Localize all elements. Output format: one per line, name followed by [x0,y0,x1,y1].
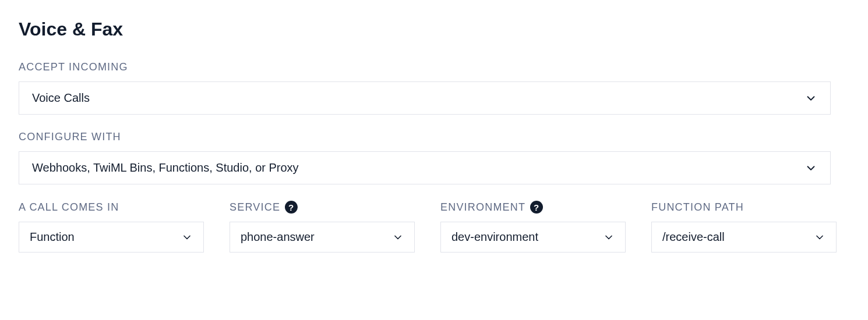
configure-with-value: Webhooks, TwiML Bins, Functions, Studio,… [32,161,299,175]
service-label-text: SERVICE [230,201,280,214]
accept-incoming-label: ACCEPT INCOMING [19,61,831,73]
call-comes-in-field: A CALL COMES IN Function [19,201,204,253]
call-comes-in-label: A CALL COMES IN [19,201,204,214]
service-value: phone-answer [241,230,315,244]
environment-select[interactable]: dev-environment [440,222,626,253]
chevron-down-icon [603,232,615,243]
section-title: Voice & Fax [19,19,831,40]
accept-incoming-field: ACCEPT INCOMING Voice Calls [19,61,831,115]
configure-with-field: CONFIGURE WITH Webhooks, TwiML Bins, Fun… [19,131,831,184]
environment-label-text: ENVIRONMENT [440,201,525,214]
help-icon[interactable]: ? [285,201,298,214]
help-icon[interactable]: ? [530,201,543,214]
configure-with-select[interactable]: Webhooks, TwiML Bins, Functions, Studio,… [19,151,831,184]
accept-incoming-select[interactable]: Voice Calls [19,81,831,115]
chevron-down-icon [181,232,193,243]
chevron-down-icon [392,232,404,243]
service-label: SERVICE ? [230,201,415,214]
environment-value: dev-environment [451,230,538,244]
voice-fax-section: Voice & Fax ACCEPT INCOMING Voice Calls … [19,19,831,253]
environment-field: ENVIRONMENT ? dev-environment [440,201,626,253]
function-path-field: FUNCTION PATH /receive-call [651,201,837,253]
chevron-down-icon [814,232,825,243]
environment-label: ENVIRONMENT ? [440,201,626,214]
function-config-row: A CALL COMES IN Function SERVICE ? phone… [19,201,831,253]
function-path-value: /receive-call [662,230,725,244]
chevron-down-icon [805,162,817,175]
function-path-select[interactable]: /receive-call [651,222,837,253]
configure-with-label: CONFIGURE WITH [19,131,831,143]
service-select[interactable]: phone-answer [230,222,415,253]
call-comes-in-value: Function [30,230,75,244]
call-comes-in-select[interactable]: Function [19,222,204,253]
accept-incoming-value: Voice Calls [32,91,90,105]
service-field: SERVICE ? phone-answer [230,201,415,253]
function-path-label: FUNCTION PATH [651,201,837,214]
chevron-down-icon [805,92,817,105]
